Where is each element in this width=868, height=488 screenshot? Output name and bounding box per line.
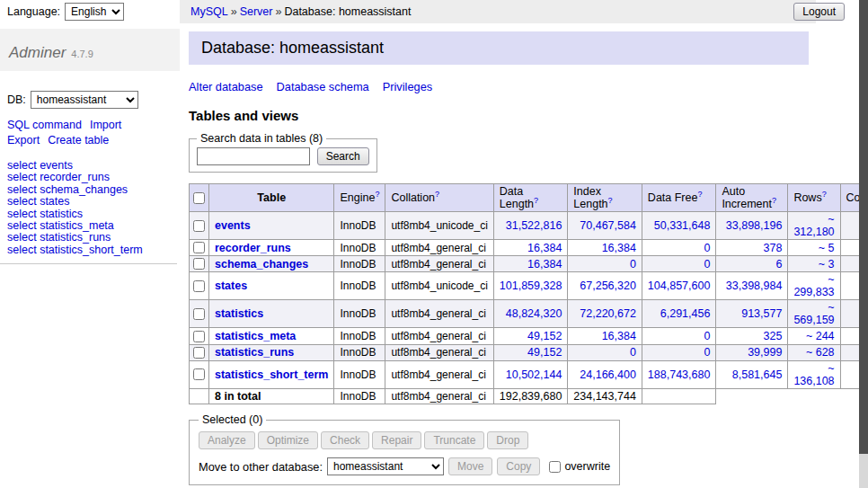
data-length-link[interactable]: 49,152: [527, 346, 562, 359]
overwrite-checkbox[interactable]: [549, 461, 561, 473]
table-name-link[interactable]: recorder_runs: [215, 242, 291, 254]
table-name-link[interactable]: statistics_meta: [215, 330, 296, 342]
db-action-alter-database[interactable]: Alter database: [189, 80, 263, 93]
data-length-link[interactable]: 48,824,320: [506, 307, 562, 320]
logout-button[interactable]: Logout: [793, 3, 845, 21]
index-length-link[interactable]: 24,166,400: [580, 368, 636, 381]
breadcrumb-mysql-link[interactable]: MySQL: [190, 5, 228, 18]
index-length-link[interactable]: 16,384: [602, 242, 636, 254]
rows-link[interactable]: ~ 312,180: [793, 213, 834, 238]
sidebar-link-create-table[interactable]: Create table: [48, 134, 109, 146]
optimize-button[interactable]: Optimize: [258, 431, 318, 449]
help-link[interactable]: ?: [772, 196, 776, 205]
auto-increment-link[interactable]: 325: [764, 330, 783, 342]
drop-button[interactable]: Drop: [487, 431, 528, 449]
data-length-link[interactable]: 49,152: [527, 330, 562, 342]
copy-button[interactable]: Copy: [497, 457, 540, 475]
data-free-link[interactable]: 0: [704, 346, 710, 359]
rows-link[interactable]: ~ 3: [819, 258, 835, 271]
scrollbar[interactable]: [859, 0, 868, 488]
data-length-link[interactable]: 16,384: [527, 242, 562, 254]
analyze-button[interactable]: Analyze: [199, 431, 255, 449]
rows-link[interactable]: ~ 5: [819, 242, 835, 254]
language-select[interactable]: English: [65, 3, 124, 21]
data-length-link[interactable]: 10,502,144: [506, 368, 562, 381]
index-length-link[interactable]: 67,256,320: [580, 279, 636, 292]
row-checkbox[interactable]: [193, 347, 205, 359]
move-button[interactable]: Move: [448, 457, 492, 475]
table-name-link[interactable]: states: [215, 279, 247, 292]
index-length-link[interactable]: 70,467,584: [580, 219, 636, 232]
data-length-link[interactable]: 101,859,328: [500, 279, 562, 292]
scrollbar-thumb[interactable]: [859, 0, 868, 454]
row-checkbox[interactable]: [193, 280, 205, 292]
data-free-link[interactable]: 104,857,600: [648, 279, 711, 292]
index-length-link[interactable]: 0: [630, 258, 636, 271]
index-length-link[interactable]: 16,384: [602, 330, 636, 342]
row-checkbox[interactable]: [193, 220, 205, 232]
sidebar-link-sql-command[interactable]: SQL command: [7, 119, 82, 131]
auto-increment-link[interactable]: 378: [764, 242, 783, 254]
data-free-link[interactable]: 0: [704, 258, 710, 271]
data-free-link[interactable]: 6,291,456: [660, 307, 711, 320]
rows-link[interactable]: ~ 244: [806, 330, 835, 342]
sidebar-table-select-recorder-runs[interactable]: select recorder_runs: [7, 172, 173, 183]
rows-link[interactable]: ~ 299,833: [793, 273, 834, 298]
table-name-link[interactable]: statistics: [215, 307, 263, 320]
row-checkbox[interactable]: [193, 242, 205, 253]
move-database-select[interactable]: homeassistant: [327, 457, 444, 475]
auto-increment-link[interactable]: 6: [775, 258, 782, 271]
help-link[interactable]: ?: [697, 190, 702, 199]
table-name-link[interactable]: events: [215, 219, 251, 232]
sidebar-table-select-statistics-short-term[interactable]: select statistics_short_term: [7, 244, 173, 256]
help-link[interactable]: ?: [375, 190, 379, 199]
search-button[interactable]: Search: [317, 147, 369, 165]
row-checkbox[interactable]: [193, 368, 205, 380]
row-checkbox[interactable]: [193, 331, 205, 342]
overwrite-label[interactable]: overwrite: [548, 460, 610, 474]
rows-link[interactable]: ~ 628: [806, 346, 835, 359]
data-free-link[interactable]: 188,743,680: [648, 368, 711, 381]
sidebar-table-select-statistics-meta[interactable]: select statistics_meta: [7, 220, 173, 232]
help-link[interactable]: ?: [608, 196, 613, 205]
sidebar-link-export[interactable]: Export: [7, 134, 40, 146]
sidebar-table-select-schema-changes[interactable]: select schema_changes: [7, 184, 173, 196]
rows-link[interactable]: ~ 569,159: [793, 301, 834, 326]
breadcrumb-server-link[interactable]: Server: [240, 5, 273, 18]
select-all-checkbox[interactable]: [193, 192, 205, 204]
sidebar-table-select-statistics[interactable]: select statistics: [7, 209, 173, 220]
row-checkbox[interactable]: [193, 308, 205, 320]
auto-increment-link[interactable]: 33,398,984: [726, 279, 783, 292]
data-free-link[interactable]: 50,331,648: [654, 219, 711, 232]
check-button[interactable]: Check: [321, 431, 369, 449]
sidebar-table-select-events[interactable]: select events: [7, 160, 173, 172]
table-name-link[interactable]: schema_changes: [215, 258, 308, 271]
auto-increment-link[interactable]: 913,577: [741, 307, 782, 320]
auto-increment-link[interactable]: 39,999: [748, 346, 782, 359]
help-link[interactable]: ?: [534, 196, 538, 205]
sidebar-link-import[interactable]: Import: [90, 119, 121, 131]
index-length-link[interactable]: 0: [630, 346, 636, 359]
index-length-link[interactable]: 72,220,672: [580, 307, 636, 320]
adminer-brand-link[interactable]: Adminer: [9, 44, 66, 61]
repair-button[interactable]: Repair: [372, 431, 421, 449]
help-link[interactable]: ?: [822, 190, 827, 199]
auto-increment-link[interactable]: 33,898,196: [726, 219, 783, 232]
data-free-link[interactable]: 0: [704, 330, 710, 342]
row-checkbox[interactable]: [193, 258, 205, 270]
auto-increment-link[interactable]: 8,581,645: [732, 368, 783, 381]
table-name-link[interactable]: statistics_runs: [215, 346, 294, 359]
sidebar-table-select-statistics-runs[interactable]: select statistics_runs: [7, 232, 173, 244]
search-input[interactable]: [197, 147, 310, 165]
db-action-database-schema[interactable]: Database schema: [277, 80, 369, 93]
help-link[interactable]: ?: [435, 190, 439, 199]
truncate-button[interactable]: Truncate: [424, 431, 484, 449]
data-length-link[interactable]: 16,384: [527, 258, 562, 271]
table-name-link[interactable]: statistics_short_term: [215, 368, 328, 381]
rows-link[interactable]: ~ 136,108: [793, 362, 834, 387]
sidebar-table-select-states[interactable]: select states: [7, 196, 173, 208]
data-length-link[interactable]: 31,522,816: [506, 219, 562, 232]
db-action-privileges[interactable]: Privileges: [383, 80, 432, 93]
data-free-link[interactable]: 0: [704, 242, 710, 254]
db-select[interactable]: homeassistant: [31, 91, 138, 109]
